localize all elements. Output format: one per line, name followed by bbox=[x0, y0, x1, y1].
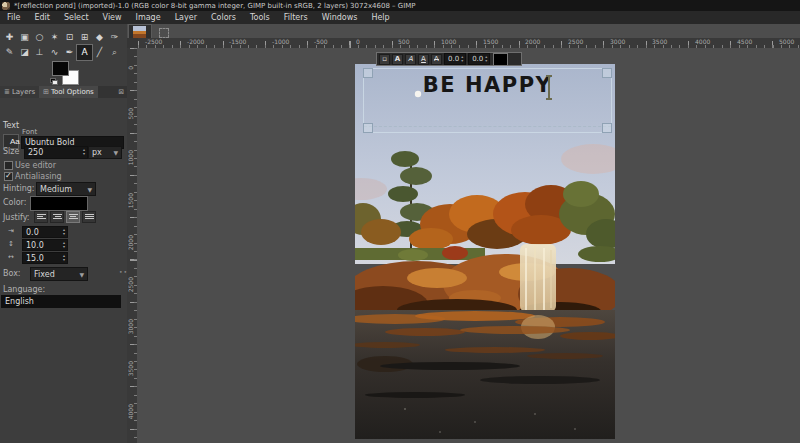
h-ruler-label: 0 bbox=[356, 38, 360, 45]
chevron-down-icon: ▼ bbox=[79, 271, 84, 278]
hinting-dropdown[interactable]: Medium▼ bbox=[36, 182, 96, 196]
transform-tool[interactable]: ⊞ bbox=[77, 30, 92, 45]
h-ruler-label: -1000 bbox=[272, 38, 289, 45]
color-picker-tool[interactable]: ╱ bbox=[92, 45, 107, 60]
resize-handle-bottom-right[interactable] bbox=[602, 123, 612, 133]
v-ruler-label: 3500 bbox=[127, 361, 134, 376]
bold-button[interactable]: A bbox=[392, 54, 403, 65]
zoom-tool[interactable]: ⌕ bbox=[107, 45, 122, 60]
justify-fill-button[interactable] bbox=[82, 211, 96, 223]
v-ruler-label: 0 bbox=[127, 66, 134, 70]
letter-spacing-input[interactable]: 15.0 ▴▾ bbox=[22, 252, 68, 264]
menu-tools[interactable]: Tools bbox=[243, 11, 277, 24]
box-mode-dropdown[interactable]: Fixed▼ bbox=[30, 267, 88, 281]
menu-colors[interactable]: Colors bbox=[204, 11, 243, 24]
left-dock: ✚▣○✶⊡⊞◆✑✎◪⊥∿✒A╱⌕ ≣ Layers ⊞ Tool Options… bbox=[0, 24, 127, 443]
line-spacing-icon: ↕ bbox=[8, 240, 14, 248]
horizontal-ruler[interactable]: -2500-2000-1500-1000-5000500100015002000… bbox=[138, 38, 800, 48]
text-layer-box[interactable]: BE HAPPY bbox=[363, 68, 612, 133]
v-ruler-label: 2500 bbox=[127, 277, 134, 292]
justify-right-button[interactable] bbox=[50, 211, 64, 223]
clone-tool[interactable]: ⊥ bbox=[32, 45, 47, 60]
tab-tool-options[interactable]: ⊞ Tool Options bbox=[39, 86, 98, 98]
chevron-down-icon: ▼ bbox=[113, 149, 118, 156]
gimp-logo-icon bbox=[2, 2, 10, 10]
v-ruler-label: 1000 bbox=[127, 150, 134, 165]
foreground-background-colors[interactable] bbox=[52, 61, 86, 87]
antialiasing-checkbox[interactable] bbox=[4, 172, 13, 181]
text-color-swatch[interactable] bbox=[30, 196, 88, 211]
text-color-button[interactable] bbox=[493, 53, 508, 66]
indent-input[interactable]: 0.0 ▴▾ bbox=[22, 226, 68, 238]
size-unit-dropdown[interactable]: px▼ bbox=[88, 146, 122, 159]
layers-icon: ≣ bbox=[4, 86, 10, 98]
h-ruler-label: -2500 bbox=[145, 38, 162, 45]
pencil-tool[interactable]: ✎ bbox=[2, 45, 17, 60]
free-select-tool[interactable]: ○ bbox=[32, 30, 47, 45]
size-input[interactable]: 250 ▴▾ bbox=[24, 146, 88, 159]
italic-button[interactable]: A bbox=[405, 54, 416, 65]
dashboard-icon[interactable] bbox=[159, 28, 169, 38]
menu-help[interactable]: Help bbox=[364, 11, 396, 24]
fuzzy-select-tool[interactable]: ✶ bbox=[47, 30, 62, 45]
menu-select[interactable]: Select bbox=[57, 11, 96, 24]
text-cursor bbox=[548, 75, 550, 100]
tab-layers[interactable]: ≣ Layers bbox=[0, 86, 39, 98]
dock-tab-bar: ≣ Layers ⊞ Tool Options ⊠ bbox=[0, 86, 127, 98]
letter-spacing-spinner[interactable]: ▴▾ bbox=[63, 254, 65, 262]
rectangle-select-tool[interactable]: ▣ bbox=[17, 30, 32, 45]
indent-spinner[interactable]: ▴▾ bbox=[63, 228, 65, 236]
crop-tool[interactable]: ⊡ bbox=[62, 30, 77, 45]
indent-icon: ⇥ bbox=[8, 227, 14, 235]
menu-windows[interactable]: Windows bbox=[315, 11, 365, 24]
language-input[interactable]: English bbox=[1, 295, 121, 308]
strikethrough-button[interactable]: A bbox=[431, 54, 442, 65]
justify-left-button[interactable] bbox=[34, 211, 48, 223]
menu-image[interactable]: Image bbox=[129, 11, 168, 24]
h-ruler-label: 4000 bbox=[695, 38, 710, 45]
underline-button[interactable]: A bbox=[418, 54, 429, 65]
menu-edit[interactable]: Edit bbox=[27, 11, 57, 24]
menu-file[interactable]: File bbox=[0, 11, 27, 24]
language-label: Language: bbox=[3, 285, 45, 294]
h-ruler-label: 2000 bbox=[525, 38, 540, 45]
h-ruler-label: 1500 bbox=[483, 38, 498, 45]
kerning-spinner[interactable]: 0.0▴▾ bbox=[468, 53, 490, 65]
line-spacing-spinner[interactable]: ▴▾ bbox=[63, 241, 65, 249]
line-spacing-input[interactable]: 10.0 ▴▾ bbox=[22, 239, 68, 251]
text-box-mode-button[interactable]: ▫ bbox=[379, 54, 390, 65]
ink-tool[interactable]: ✑ bbox=[107, 30, 122, 45]
h-ruler-label: 2500 bbox=[568, 38, 583, 45]
use-editor-checkbox[interactable] bbox=[4, 161, 13, 170]
color-label: Color: bbox=[3, 198, 26, 207]
smudge-tool[interactable]: ∿ bbox=[47, 45, 62, 60]
foreground-color-swatch[interactable] bbox=[52, 61, 69, 76]
text-style-buttons: ▫AAAA bbox=[379, 54, 442, 65]
menu-bar: FileEditSelectViewImageLayerColorsToolsF… bbox=[0, 11, 800, 24]
resize-handle-top-right[interactable] bbox=[602, 68, 612, 78]
h-ruler-label: 4500 bbox=[737, 38, 752, 45]
resize-handle-top-left[interactable] bbox=[363, 68, 373, 78]
h-ruler-label: 5000 bbox=[779, 38, 794, 45]
size-spinner[interactable]: ▴▾ bbox=[83, 148, 85, 156]
move-tool[interactable]: ✚ bbox=[2, 30, 17, 45]
menu-view[interactable]: View bbox=[96, 11, 129, 24]
canvas-text[interactable]: BE HAPPY bbox=[364, 73, 611, 97]
paths-tool[interactable]: ✒ bbox=[62, 45, 77, 60]
tab-tool-options-label: Tool Options bbox=[51, 86, 94, 98]
dock-menu-icon[interactable]: ⊠ bbox=[118, 86, 124, 98]
text-tool[interactable]: A bbox=[77, 45, 92, 60]
eraser-tool[interactable]: ◪ bbox=[17, 45, 32, 60]
tool-options-icon: ⊞ bbox=[43, 86, 49, 98]
toolbox: ✚▣○✶⊡⊞◆✑✎◪⊥∿✒A╱⌕ bbox=[2, 30, 124, 60]
menu-filters[interactable]: Filters bbox=[277, 11, 315, 24]
menu-layer[interactable]: Layer bbox=[168, 11, 204, 24]
tool-options-panel: Text Font Aa Ubuntu Bold Size 250 ▴▾ px▼… bbox=[0, 120, 121, 443]
baseline-spinner[interactable]: 0.0▴▾ bbox=[444, 53, 466, 65]
default-colors-icon[interactable] bbox=[50, 78, 57, 84]
justify-center-button[interactable] bbox=[66, 211, 80, 223]
vertical-ruler[interactable]: 05001000150020002500300035004000 bbox=[127, 48, 137, 443]
chevron-down-icon: ▼ bbox=[87, 186, 92, 193]
bucket-fill-tool[interactable]: ◆ bbox=[92, 30, 107, 45]
resize-handle-bottom-left[interactable] bbox=[363, 123, 373, 133]
